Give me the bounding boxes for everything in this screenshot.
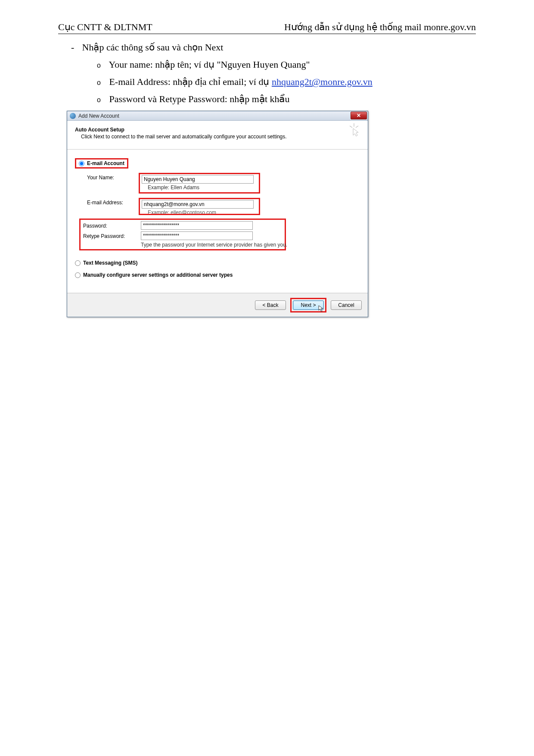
instruction-main: - Nhập các thông số sau và chọn Next <box>71 42 476 53</box>
cancel-button[interactable]: Cancel <box>331 300 362 310</box>
radio-email-account[interactable] <box>79 161 84 166</box>
header-left: Cục CNTT & DLTNMT <box>58 22 152 33</box>
email-example-link[interactable]: nhquang2t@monre.gov.vn <box>272 76 373 87</box>
email-example: Example: ellen@contoso.com <box>142 209 257 214</box>
password-label: Password: <box>83 221 141 229</box>
svg-line-2 <box>356 126 358 128</box>
label-sms: Text Messaging (SMS) <box>83 260 137 266</box>
your-name-label: Your Name: <box>87 173 139 181</box>
label-manual: Manually configure server settings or ad… <box>83 272 233 278</box>
instruction-main-text: Nhập các thông số sau và chọn Next <box>82 42 224 53</box>
instruction-item-0: o Your name: nhập tên; ví dụ "Nguyen Huy… <box>97 59 476 70</box>
option-email-account-row: E-mail Account <box>75 158 360 169</box>
password-hint: Type the password your Internet service … <box>83 242 282 248</box>
dialog-title: Add New Account <box>78 113 119 119</box>
auto-setup-desc: Click Next to connect to the mail server… <box>81 134 360 140</box>
add-account-dialog: Add New Account ✕ Auto Account Setup Cli… <box>67 111 368 317</box>
highlight-email: Example: ellen@contoso.com <box>139 198 260 215</box>
divider-top <box>67 149 368 150</box>
retype-password-input[interactable] <box>141 231 253 240</box>
your-name-example: Example: Ellen Adams <box>142 184 257 191</box>
label-email-account: E-mail Account <box>87 160 124 166</box>
close-icon: ✕ <box>357 112 361 119</box>
email-input[interactable] <box>142 200 254 209</box>
highlight-your-name: Example: Ellen Adams <box>139 173 260 194</box>
highlight-next: Next > <box>290 298 326 312</box>
instruction-item-1: o E-mail Address: nhập địa chỉ email; ví… <box>97 76 476 87</box>
back-button[interactable]: < Back <box>255 300 286 310</box>
auto-setup-title: Auto Account Setup <box>75 127 360 133</box>
your-name-input[interactable] <box>142 175 254 184</box>
option-manual-row: Manually configure server settings or ad… <box>75 272 360 278</box>
close-button[interactable]: ✕ <box>351 112 367 119</box>
dialog-titlebar: Add New Account ✕ <box>67 111 368 121</box>
highlight-password-block: Password: Retype Password: Type the pass… <box>79 219 286 250</box>
instruction-item-2: o Password và Retype Password: nhập mật … <box>97 94 476 105</box>
cursor-sparkle-icon <box>348 123 360 137</box>
email-label: E-mail Address: <box>87 198 139 206</box>
highlight-email-account: E-mail Account <box>75 158 128 169</box>
svg-line-1 <box>350 126 352 128</box>
option-sms-row: Text Messaging (SMS) <box>75 260 360 266</box>
password-input[interactable] <box>141 221 253 230</box>
app-icon <box>70 113 76 119</box>
dialog-button-bar: < Back Next > Cancel <box>67 293 368 317</box>
header-right: Hướng dẫn sử dụng hệ thống mail monre.go… <box>284 22 476 33</box>
radio-manual[interactable] <box>75 272 81 278</box>
divider-bottom <box>67 293 368 293</box>
retype-password-label: Retype Password: <box>83 231 141 239</box>
cursor-pointer-icon <box>318 305 324 312</box>
page-header: Cục CNTT & DLTNMT Hướng dẫn sử dụng hệ t… <box>58 22 476 33</box>
header-underline <box>58 34 476 34</box>
radio-sms[interactable] <box>75 260 81 266</box>
